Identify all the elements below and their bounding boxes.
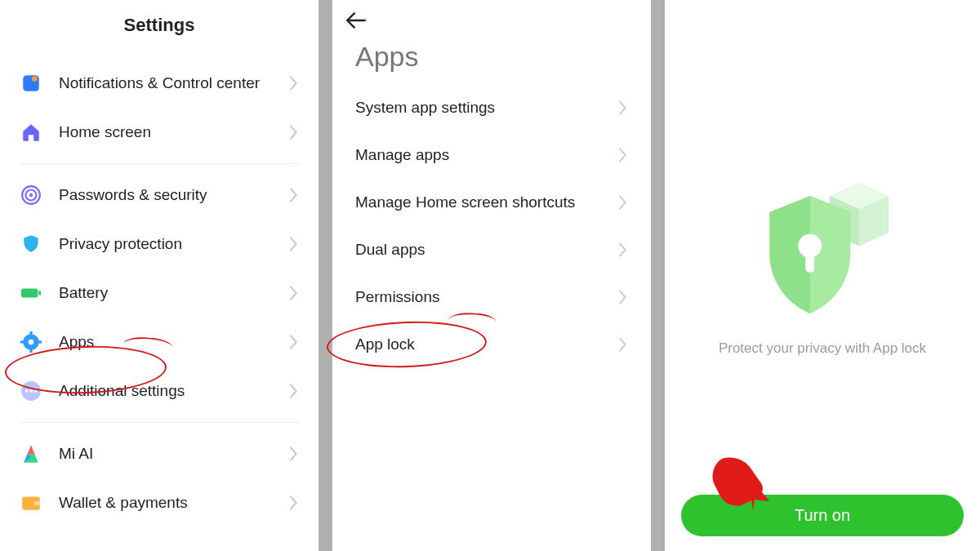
chevron-right-icon	[289, 286, 299, 300]
row-label: App lock	[355, 335, 618, 353]
panel-gap	[318, 0, 332, 551]
dots-icon	[20, 380, 42, 402]
row-label: Home screen	[59, 122, 289, 143]
wallet-icon	[20, 491, 42, 514]
svg-point-14	[25, 389, 29, 393]
chevron-right-icon	[289, 447, 299, 461]
chevron-right-icon	[289, 237, 299, 251]
settings-panel: Settings Notifications & Control center …	[0, 0, 318, 551]
arrow-left-icon	[345, 11, 367, 29]
caption-text: Protect your privacy with App lock	[719, 340, 926, 357]
settings-row-mi-ai[interactable]: Mi AI	[0, 429, 318, 478]
chevron-right-icon	[618, 337, 628, 352]
home-icon	[20, 121, 42, 144]
panel-gap	[651, 0, 665, 551]
chevron-right-icon	[289, 125, 299, 140]
row-label: Manage apps	[355, 146, 618, 164]
svg-point-15	[29, 389, 33, 393]
settings-row-passwords-security[interactable]: Passwords & security	[0, 171, 318, 220]
chevron-right-icon	[289, 76, 299, 91]
back-button[interactable]	[332, 0, 651, 29]
row-label: Manage Home screen shortcuts	[355, 193, 618, 211]
apps-row-app-lock[interactable]: App lock	[332, 321, 651, 368]
illustration-area: Protect your privacy with App lock	[665, 0, 980, 495]
pointer-hand-annotation	[707, 451, 773, 516]
settings-row-battery[interactable]: Battery	[0, 269, 318, 318]
apps-panel: Apps System app settings Manage apps Man…	[332, 0, 651, 551]
divider	[20, 163, 299, 164]
apps-row-dual-apps[interactable]: Dual apps	[332, 226, 651, 273]
row-label: Privacy protection	[59, 234, 289, 255]
svg-point-4	[29, 193, 33, 197]
settings-row-notifications[interactable]: Notifications & Control center	[0, 59, 318, 108]
svg-rect-6	[38, 291, 41, 295]
settings-row-home-screen[interactable]: Home screen	[0, 108, 318, 157]
chevron-right-icon	[618, 290, 628, 304]
settings-row-privacy[interactable]: Privacy protection	[0, 220, 318, 269]
chevron-right-icon	[289, 188, 299, 202]
page-title: Apps	[332, 29, 651, 84]
app-lock-panel: Protect your privacy with App lock Turn …	[665, 0, 980, 551]
gear-icon	[20, 331, 42, 353]
row-label: Apps	[59, 332, 289, 353]
apps-row-manage-apps[interactable]: Manage apps	[332, 131, 651, 179]
chevron-right-icon	[618, 100, 628, 115]
svg-point-16	[33, 389, 37, 393]
chevron-right-icon	[618, 242, 628, 257]
settings-row-apps[interactable]: Apps	[0, 318, 318, 367]
row-label: Mi AI	[59, 444, 289, 464]
battery-icon	[20, 282, 42, 304]
row-label: Passwords & security	[59, 185, 289, 206]
settings-row-wallet[interactable]: Wallet & payments	[0, 478, 318, 527]
shield-icon	[20, 233, 42, 256]
row-label: Permissions	[355, 288, 618, 306]
svg-point-8	[29, 340, 34, 345]
apps-row-home-shortcuts[interactable]: Manage Home screen shortcuts	[332, 179, 651, 226]
chevron-right-icon	[289, 335, 299, 349]
fingerprint-icon	[20, 184, 42, 207]
divider	[20, 422, 299, 423]
apps-row-permissions[interactable]: Permissions	[332, 273, 651, 321]
chevron-right-icon	[618, 195, 628, 210]
settings-row-additional[interactable]: Additional settings	[0, 367, 318, 415]
chevron-right-icon	[289, 384, 299, 398]
page-title: Settings	[0, 0, 318, 59]
app-lock-illustration	[749, 162, 896, 318]
row-label: Notifications & Control center	[59, 73, 289, 94]
svg-rect-20	[805, 253, 814, 272]
svg-rect-18	[33, 501, 40, 505]
chevron-right-icon	[618, 148, 628, 162]
apps-row-system-app-settings[interactable]: System app settings	[332, 84, 651, 131]
svg-point-1	[32, 76, 38, 82]
row-label: Battery	[59, 283, 289, 304]
row-label: Additional settings	[59, 381, 289, 402]
notifications-icon	[20, 72, 42, 95]
row-label: Wallet & payments	[59, 493, 289, 513]
svg-rect-5	[21, 288, 38, 297]
row-label: System app settings	[355, 99, 618, 117]
chevron-right-icon	[289, 495, 299, 510]
row-label: Dual apps	[355, 241, 618, 259]
mi-ai-icon	[20, 442, 42, 465]
